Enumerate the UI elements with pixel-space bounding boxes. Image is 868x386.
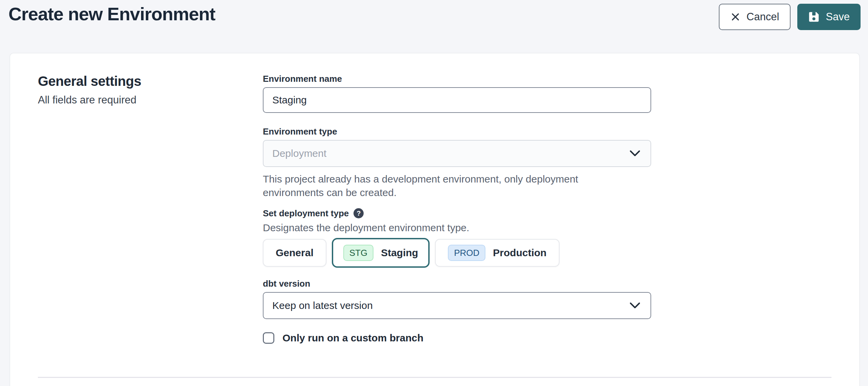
dbt-version-value: Keep on latest version	[272, 300, 373, 311]
environment-name-input[interactable]	[263, 87, 651, 113]
chevron-down-icon	[630, 150, 640, 157]
save-icon	[808, 11, 820, 23]
environment-name-label: Environment name	[263, 74, 651, 84]
staging-badge: STG	[343, 245, 373, 261]
header-actions: Cancel Save	[719, 4, 861, 30]
question-icon[interactable]: ?	[353, 208, 364, 218]
cancel-button[interactable]: Cancel	[719, 4, 791, 30]
deployment-type-description: Designates the deployment environment ty…	[263, 221, 651, 235]
deployment-type-general-button[interactable]: General	[263, 239, 326, 267]
dbt-version-label: dbt version	[263, 279, 651, 289]
page-header: Create new Environment Cancel Save	[0, 0, 868, 53]
general-settings-card: General settings All fields are required…	[9, 53, 860, 386]
dbt-version-select[interactable]: Keep on latest version	[263, 292, 651, 319]
chevron-down-icon	[630, 302, 640, 309]
section-subheading: All fields are required	[38, 94, 263, 106]
section-intro: General settings All fields are required	[38, 74, 263, 345]
environment-type-value: Deployment	[272, 148, 326, 159]
section-divider	[38, 377, 831, 378]
deployment-type-production-label: Production	[493, 247, 546, 259]
deployment-type-general-label: General	[276, 247, 314, 259]
deployment-type-staging-label: Staging	[381, 247, 418, 259]
cancel-button-label: Cancel	[747, 11, 779, 23]
deployment-type-staging-button[interactable]: STG Staging	[332, 238, 430, 268]
save-button-label: Save	[826, 11, 850, 23]
production-badge: PROD	[448, 245, 485, 261]
save-button[interactable]: Save	[797, 4, 861, 30]
page-title: Create new Environment	[8, 4, 215, 24]
x-icon	[730, 12, 740, 22]
deployment-type-production-button[interactable]: PROD Production	[435, 239, 559, 267]
custom-branch-label[interactable]: Only run on a custom branch	[282, 332, 424, 344]
card-body: General settings All fields are required…	[10, 53, 859, 345]
environment-type-label: Environment type	[263, 126, 651, 137]
environment-type-select: Deployment	[263, 140, 651, 167]
custom-branch-checkbox[interactable]	[263, 332, 274, 344]
section-heading: General settings	[38, 74, 263, 89]
environment-type-help: This project already has a development e…	[263, 172, 642, 199]
custom-branch-row: Only run on a custom branch	[263, 331, 651, 345]
deployment-type-label-row: Set deployment type ?	[263, 208, 651, 219]
deployment-type-label: Set deployment type	[263, 208, 349, 218]
deployment-type-options: General STG Staging PROD Production	[263, 238, 651, 268]
settings-form: Environment name Environment type Deploy…	[263, 74, 651, 345]
